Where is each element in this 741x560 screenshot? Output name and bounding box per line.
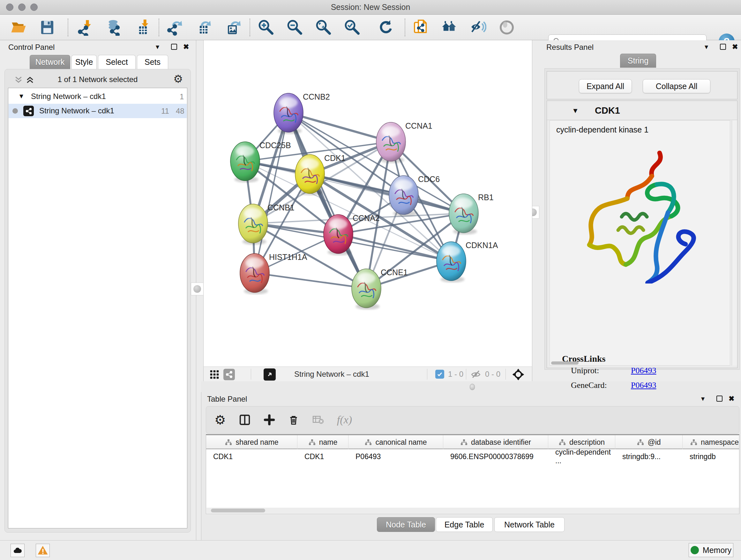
table-cell[interactable]: 9606.ENSP00000378699: [443, 450, 548, 463]
crosslink-link[interactable]: P06493: [631, 381, 656, 390]
open-session-icon[interactable]: [10, 18, 27, 37]
node-CCNB2[interactable]: CCNB2: [274, 92, 330, 134]
table-cell[interactable]: P06493: [348, 450, 443, 463]
crosslink-row: GeneCard:P06493: [571, 381, 731, 390]
node-label-HIST1H1A: HIST1H1A: [269, 253, 307, 261]
edge-HIST1H1A-CCNE1[interactable]: [255, 273, 366, 288]
hidden-eye-icon[interactable]: [470, 369, 481, 380]
collapse-all-button[interactable]: Collapse All: [643, 79, 711, 93]
collapse-panel-icon[interactable]: ▾: [156, 43, 159, 51]
tab-string[interactable]: String: [620, 54, 656, 68]
float-panel-icon[interactable]: [171, 44, 177, 50]
zoom-in-icon[interactable]: [257, 18, 275, 37]
tree-expander-icon[interactable]: ▼: [18, 92, 24, 100]
export-image-icon[interactable]: [223, 18, 241, 37]
tab-network-table[interactable]: Network Table: [494, 517, 564, 532]
close-panel-icon[interactable]: ✖: [183, 43, 189, 51]
node-CDC25B[interactable]: CDC25B: [230, 141, 291, 183]
zoom-fit-icon[interactable]: [315, 18, 333, 37]
network-row-label: String Network – cdk1: [39, 106, 114, 115]
edge-CDK1-RB1[interactable]: [310, 174, 464, 213]
network-row[interactable]: String Network – cdk1 11 48: [9, 104, 187, 118]
zoom-out-icon[interactable]: [286, 18, 304, 37]
collapse-panel-icon[interactable]: ▾: [704, 43, 708, 51]
tab-select[interactable]: Select: [98, 55, 136, 69]
table-cell[interactable]: CDK1: [206, 450, 297, 463]
zoom-selected-icon[interactable]: [343, 18, 361, 37]
selected-checkbox-icon[interactable]: [435, 370, 444, 379]
network-share-icon[interactable]: [223, 369, 235, 380]
gear-icon[interactable]: ⚙: [214, 413, 226, 427]
table-row[interactable]: CDK1CDK1P064939606.ENSP00000378699cyclin…: [206, 450, 739, 463]
table-cell[interactable]: CDK1: [297, 450, 348, 463]
warnings-button[interactable]: [36, 544, 50, 557]
import-table-icon[interactable]: [134, 18, 152, 37]
close-panel-icon[interactable]: ✖: [729, 395, 734, 403]
export-network-icon[interactable]: [166, 18, 184, 37]
column-header-canonical-name[interactable]: canonical name: [348, 435, 443, 449]
table-hscrollbar[interactable]: [206, 508, 739, 513]
crosslink-label: GeneCard:: [571, 381, 607, 390]
node-CCNE1[interactable]: CCNE1: [352, 268, 408, 310]
network-canvas[interactable]: CCNB2CCNA1CDC25BCDK1CDC6RB1CCNB1CCNA2CDK…: [203, 40, 532, 367]
collapse-entry-icon[interactable]: ▼: [572, 107, 579, 115]
hide-panel-icon[interactable]: [469, 18, 487, 37]
cloud-status-button[interactable]: [10, 544, 24, 557]
save-session-icon[interactable]: [38, 18, 56, 37]
column-header-shared-name[interactable]: shared name: [206, 435, 297, 449]
tab-node-table[interactable]: Node Table: [377, 517, 435, 532]
column-header--id[interactable]: @id: [615, 435, 683, 449]
float-panel-icon[interactable]: [720, 44, 726, 50]
crosslink-link[interactable]: P06493: [631, 366, 656, 375]
table-cell[interactable]: stringdb: [683, 450, 739, 463]
grid-view-icon[interactable]: [209, 369, 219, 380]
node-CCNB1[interactable]: CCNB1: [239, 203, 294, 245]
tab-edge-table[interactable]: Edge Table: [436, 517, 493, 532]
column-header-namespace[interactable]: namespace: [683, 435, 739, 449]
splitter-grip-dot[interactable]: [470, 384, 475, 390]
home-icon[interactable]: [441, 18, 458, 37]
table-cell[interactable]: stringdb:9...: [615, 450, 683, 463]
node-CCNA1[interactable]: CCNA1: [376, 121, 432, 163]
table-cell[interactable]: cyclin-dependent ...: [548, 450, 615, 463]
add-column-icon[interactable]: [264, 414, 275, 426]
tab-style[interactable]: Style: [71, 55, 97, 69]
node-RB1[interactable]: RB1: [449, 193, 494, 235]
card-vscrollbar[interactable]: [732, 120, 737, 366]
table-panel-title: Table Panel: [207, 395, 247, 403]
gene-card-header[interactable]: ▼ CDK1: [547, 101, 737, 120]
float-panel-icon[interactable]: [717, 395, 723, 401]
fit-content-crosshair-icon[interactable]: [512, 368, 525, 381]
presentation-icon[interactable]: [498, 18, 516, 37]
select-columns-icon[interactable]: [239, 414, 251, 426]
export-table-icon[interactable]: [195, 18, 212, 37]
card-hscroll-thumb[interactable]: [551, 361, 579, 365]
refresh-icon[interactable]: [377, 18, 394, 37]
collapse-panel-icon[interactable]: ▾: [701, 395, 704, 403]
table-hscroll-thumb[interactable]: [211, 509, 265, 512]
clone-network-icon[interactable]: [412, 18, 429, 37]
column-header-name[interactable]: name: [297, 435, 348, 449]
network-type-icon: [23, 106, 34, 116]
delete-column-icon[interactable]: [288, 414, 299, 426]
gear-icon[interactable]: ⚙: [173, 72, 183, 85]
column-header-label: database identifier: [471, 438, 531, 447]
column-header-description[interactable]: description: [548, 435, 615, 449]
memory-button[interactable]: Memory: [689, 543, 733, 557]
birdseye-view-icon[interactable]: [264, 368, 276, 381]
node-CDKN1A[interactable]: CDKN1A: [436, 241, 498, 283]
import-network-database-icon[interactable]: [105, 18, 123, 37]
node-table[interactable]: shared namenamecanonical namedatabase id…: [206, 434, 739, 514]
expand-all-button[interactable]: Expand All: [579, 79, 632, 93]
network-collection-row[interactable]: ▼ String Network – cdk1 1: [9, 89, 187, 104]
import-network-file-icon[interactable]: [77, 18, 94, 37]
left-splitter-grip[interactable]: [191, 283, 204, 295]
tab-network[interactable]: Network: [30, 55, 70, 69]
close-panel-icon[interactable]: ✖: [732, 43, 738, 51]
column-header-database-identifier[interactable]: database identifier: [443, 435, 548, 449]
edge-CCNB2-HIST1H1A[interactable]: [255, 113, 288, 273]
node-HIST1H1A[interactable]: HIST1H1A: [240, 253, 307, 294]
control-panel-title: Control Panel: [8, 43, 55, 52]
node-CCNA2[interactable]: CCNA2: [324, 213, 380, 255]
tab-sets[interactable]: Sets: [137, 55, 168, 69]
